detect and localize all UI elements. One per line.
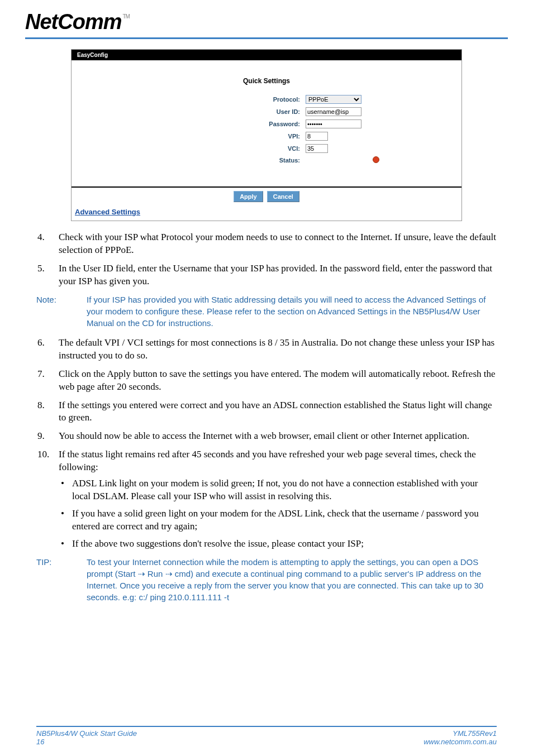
userid-label: User ID: — [151, 106, 302, 117]
cancel-button[interactable]: Cancel — [267, 191, 299, 202]
quick-settings-heading: Quick Settings — [72, 77, 461, 85]
note-text: If your ISP has provided you with Static… — [87, 294, 497, 329]
vci-label: VCI: — [151, 143, 302, 154]
bullet-2: If you have a solid green light on your … — [59, 508, 497, 533]
step-10-text: If the status light remains red after 45… — [59, 449, 476, 472]
instruction-list-cont: The default VPI / VCI settings for most … — [36, 337, 497, 551]
footer-revision: YML755Rev1 — [423, 729, 497, 738]
tab-easyconfig[interactable]: EasyConfig — [72, 50, 461, 60]
step-6: The default VPI / VCI settings for most … — [36, 337, 497, 362]
tip-label: TIP: — [36, 556, 87, 603]
instruction-list: Check with your ISP what Protocol your m… — [36, 231, 497, 288]
logo-tm: TM — [122, 13, 129, 20]
password-label: Password: — [151, 118, 302, 130]
footer-divider — [36, 726, 497, 727]
status-label: Status: — [151, 155, 302, 165]
protocol-label: Protocol: — [151, 94, 302, 105]
step-10: If the status light remains red after 45… — [36, 448, 497, 551]
footer-url: www.netcomm.com.au — [423, 738, 497, 746]
footer-doc-title: NB5Plus4/W Quick Start Guide — [36, 729, 137, 738]
step-10-bullets: ADSL Link light on your modem is solid g… — [59, 477, 497, 551]
step-4: Check with your ISP what Protocol your m… — [36, 231, 497, 257]
tip-block: TIP: To test your Internet connection wh… — [36, 556, 497, 603]
page-footer: NB5Plus4/W Quick Start Guide 16 YML755Re… — [0, 726, 533, 746]
bullet-3: If the above two suggestions don't resol… — [59, 538, 497, 551]
protocol-select[interactable]: PPPoE — [306, 95, 361, 104]
userid-input[interactable] — [306, 107, 361, 116]
step-9: You should now be able to access the Int… — [36, 430, 497, 443]
note-label: Note: — [36, 294, 87, 329]
bullet-1: ADSL Link light on your modem is solid g… — [59, 477, 497, 503]
brand-logo: NetCommTM — [25, 10, 129, 34]
vpi-input[interactable] — [306, 132, 328, 141]
status-indicator — [373, 156, 379, 163]
advanced-settings-link[interactable]: Advanced Settings — [72, 205, 461, 221]
vci-input[interactable] — [306, 144, 328, 153]
apply-button[interactable]: Apply — [234, 191, 263, 202]
note-block: Note: If your ISP has provided you with … — [36, 294, 497, 329]
vpi-label: VPI: — [151, 131, 302, 142]
step-7: Click on the Apply button to save the se… — [36, 368, 497, 394]
password-input[interactable] — [306, 119, 361, 128]
easyconfig-screenshot: EasyConfig Quick Settings Protocol: PPPo… — [71, 49, 462, 221]
step-5: In the User ID field, enter the Username… — [36, 262, 497, 288]
tip-text: To test your Internet connection while t… — [87, 556, 497, 603]
step-8: If the settings you entered were correct… — [36, 399, 497, 425]
footer-page-number: 16 — [36, 738, 137, 746]
logo-text: NetComm — [25, 10, 121, 34]
